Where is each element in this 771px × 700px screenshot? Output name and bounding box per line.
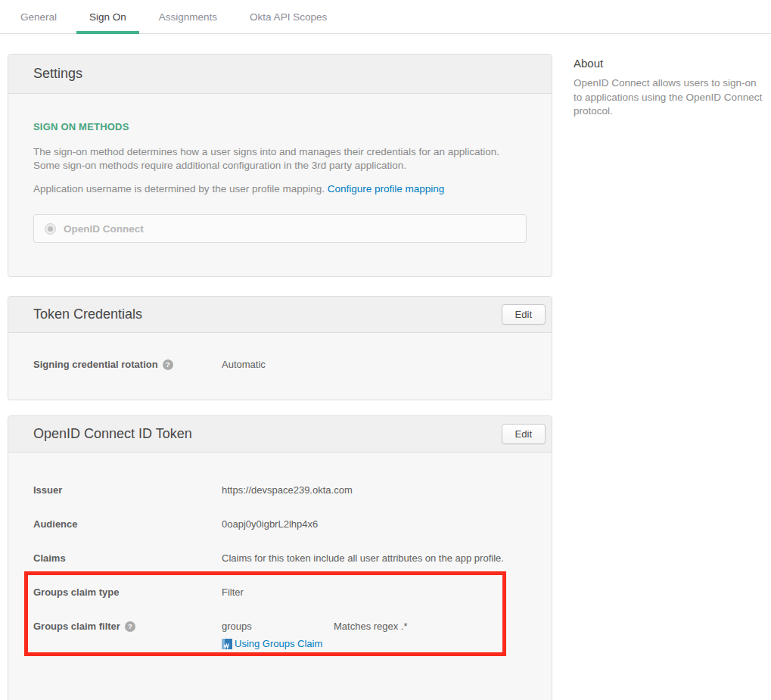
groups-claim-type-value: Filter (222, 585, 244, 599)
edit-id-token-button[interactable]: Edit (502, 424, 546, 444)
audience-row: Audience 0oapj0y0igbrL2lhp4x6 (33, 517, 527, 531)
username-mapping-text: Application username is determined by th… (33, 183, 325, 194)
groups-claim-filter-text: Groups claim filter (33, 621, 120, 632)
issuer-label: Issuer (33, 483, 222, 497)
tab-general[interactable]: General (8, 0, 70, 33)
groups-claim-type-row: Groups claim type Filter (33, 585, 527, 599)
about-description: OpenID Connect allows users to sign-on t… (574, 76, 763, 119)
settings-panel-header: Settings (8, 54, 552, 94)
settings-panel-title: Settings (33, 66, 82, 82)
id-token-title: OpenID Connect ID Token (33, 426, 192, 442)
token-credentials-header: Token Credentials Edit (8, 297, 552, 333)
sign-on-method-option: OpenID Connect (33, 214, 527, 243)
signing-credential-rotation-label: Signing credential rotation? (33, 357, 222, 372)
signing-credential-rotation-text: Signing credential rotation (33, 359, 158, 370)
id-token-body: Issuer https://devspace239.okta.com Audi… (8, 453, 552, 700)
groups-claim-filter-expression: Matches regex .* (334, 619, 408, 633)
claims-label: Claims (33, 551, 222, 565)
id-token-panel: OpenID Connect ID Token Edit Issuer http… (8, 415, 552, 700)
groups-claim-filter-row: Groups claim filter? groups Matches rege… (33, 619, 527, 649)
settings-panel-body: SIGN ON METHODS The sign-on method deter… (8, 94, 552, 276)
tab-assignments[interactable]: Assignments (146, 0, 230, 33)
signing-credential-rotation-value: Automatic (222, 357, 266, 372)
groups-claim-doc-row: Using Groups Claim (222, 638, 408, 649)
content-layout: Settings SIGN ON METHODS The sign-on met… (0, 34, 771, 700)
groups-claim-filter-values: groups Matches regex .* Using Groups Cla… (222, 619, 408, 649)
groups-claim-filter-name: groups (222, 619, 334, 633)
issuer-row: Issuer https://devspace239.okta.com (33, 483, 527, 497)
groups-claim-doc-icon (222, 639, 232, 649)
using-groups-claim-link[interactable]: Using Groups Claim (235, 638, 322, 649)
audience-label: Audience (33, 517, 222, 531)
audience-value: 0oapj0y0igbrL2lhp4x6 (222, 517, 318, 531)
signing-credential-rotation-row: Signing credential rotation? Automatic (33, 357, 527, 372)
about-sidebar: About OpenID Connect allows users to sig… (574, 34, 763, 119)
token-credentials-title: Token Credentials (33, 306, 142, 322)
groups-claim-filter-label: Groups claim filter? (33, 619, 222, 633)
main-column: Settings SIGN ON METHODS The sign-on met… (8, 34, 552, 700)
help-icon[interactable]: ? (125, 621, 135, 632)
tab-sign-on[interactable]: Sign On (76, 0, 139, 33)
token-credentials-body: Signing credential rotation? Automatic (8, 333, 552, 400)
sign-on-methods-description: The sign-on method determines how a user… (33, 145, 524, 173)
configure-profile-mapping-link[interactable]: Configure profile mapping (328, 183, 445, 194)
help-icon[interactable]: ? (163, 359, 173, 370)
settings-panel: Settings SIGN ON METHODS The sign-on met… (8, 54, 552, 277)
id-token-header: OpenID Connect ID Token Edit (8, 416, 552, 453)
issuer-value: https://devspace239.okta.com (222, 483, 353, 497)
tab-okta-api-scopes[interactable]: Okta API Scopes (237, 0, 340, 33)
about-title: About (574, 57, 763, 70)
claims-value: Claims for this token include all user a… (222, 551, 504, 565)
claims-row: Claims Claims for this token include all… (33, 551, 527, 565)
username-mapping-note: Application username is determined by th… (33, 182, 524, 196)
groups-claim-type-label: Groups claim type (33, 585, 222, 599)
app-tab-bar: General Sign On Assignments Okta API Sco… (0, 0, 771, 34)
sign-on-method-label: OpenID Connect (64, 223, 144, 235)
edit-token-credentials-button[interactable]: Edit (502, 304, 546, 325)
token-credentials-panel: Token Credentials Edit Signing credentia… (8, 296, 552, 400)
sign-on-methods-heading: SIGN ON METHODS (33, 121, 527, 132)
radio-selected-icon (45, 223, 56, 235)
